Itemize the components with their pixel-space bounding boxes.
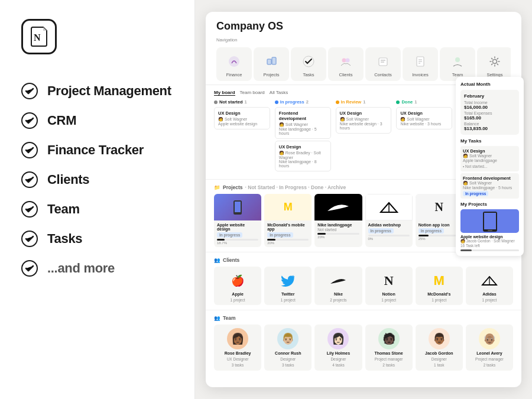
rp-my-projects: My Projects <box>460 202 519 207</box>
settings-icon <box>486 53 503 70</box>
projects-label: Projects <box>263 72 279 77</box>
project-info: McDonald's mobile app In progress 20% <box>264 220 312 247</box>
feature-finance: Finance Tracker <box>21 142 173 158</box>
project-thumb <box>214 194 261 220</box>
done-label: Done <box>401 99 413 105</box>
card-title: UX Design <box>279 144 327 150</box>
tab-all-tasks[interactable]: All Tasks <box>270 90 288 96</box>
tab-my-board[interactable]: My board <box>214 90 235 96</box>
team-tasks: 2 tasks <box>484 363 496 367</box>
nav-finance[interactable]: Finance <box>216 47 252 81</box>
project-name: Nike landingpage <box>317 223 359 227</box>
card-meta: 🧑 Solt Wagner <box>218 117 266 122</box>
icon-strip: Finance Projects Tasks <box>216 47 511 81</box>
card-meta: 🧑 Solt Wagner <box>340 117 388 122</box>
col-header-not-started: Not started 1 <box>214 99 270 105</box>
feature-finance-label: Finance Tracker <box>47 142 144 158</box>
svg-rect-24 <box>235 202 241 212</box>
kanban-card[interactable]: Frontend development 🧑 Solt Wagner Nike … <box>275 107 331 139</box>
project-thumb <box>314 194 362 220</box>
team-role: Designer <box>280 357 296 361</box>
tab-team-board[interactable]: Team board <box>240 90 265 96</box>
col-done: Done 1 UX Design 🧑 Solt Wagner Nike webs… <box>396 99 452 173</box>
team-role: Designer <box>432 357 447 361</box>
team-jacob[interactable]: 👨🏾 Jacob Gordon Designer 1 task <box>416 325 463 371</box>
card-desc: Nike website design · 3 hours <box>340 122 388 130</box>
projects-filter: · Not Started · In Progress · Done · Arc… <box>245 184 346 190</box>
project-card-apple[interactable]: Apple website design In progress 18.7% <box>214 194 261 247</box>
feature-crm: CRM <box>21 112 173 129</box>
col-not-started: Not started 1 UX Design 🧑 Solt Wagner Ap… <box>214 99 270 173</box>
client-mcdonalds[interactable]: M McDonald's 1 project <box>416 267 463 305</box>
team-lily[interactable]: 👩🏻 Lily Holmes Designer 4 tasks <box>314 325 362 371</box>
team-name: Jacob Gordon <box>425 351 453 355</box>
team-leonel[interactable]: 👴🏽 Leonel Avery Project manager 2 tasks <box>466 325 513 371</box>
project-card-mcdonalds[interactable]: M McDonald's mobile app In progress 20% <box>264 194 312 247</box>
feature-clients-label: Clients <box>47 172 89 187</box>
rp-task-sub: 🧑 Solt Wagner <box>463 154 517 158</box>
contacts-label: Contacts <box>374 72 392 77</box>
team-section-title: 👥 Team <box>214 315 513 321</box>
project-name: Notion app icon <box>419 223 460 227</box>
nav-team[interactable]: Team <box>440 47 475 81</box>
svg-rect-31 <box>488 230 492 231</box>
team-name: Thomas Stone <box>374 351 403 355</box>
team-tasks: 1 task <box>434 363 444 367</box>
progress-bar-wrap <box>317 233 359 235</box>
project-info: Nike landingpage Not started 20% <box>314 220 362 241</box>
client-twitter[interactable]: Twitter 1 project <box>264 267 312 305</box>
avatar-leonel: 👴🏽 <box>479 328 500 349</box>
check-icon-pm <box>21 83 38 99</box>
project-card-adidas[interactable]: Adidas webshop In progress 0% <box>365 194 413 247</box>
team-thomas[interactable]: 🧑🏿 Thomas Stone Project manager 2 tasks <box>365 325 413 371</box>
feature-tasks: Tasks <box>21 231 173 247</box>
team-name: Lily Holmes <box>327 351 350 355</box>
not-started-count: 1 <box>245 99 247 105</box>
client-notion[interactable]: N Notion 1 project <box>365 267 413 305</box>
client-apple[interactable]: 🍎 Apple 1 project <box>214 267 261 305</box>
adidas-logo <box>480 271 499 290</box>
team-rose[interactable]: 👩🏾 Rose Bradley UX Designer 3 tasks <box>214 325 261 371</box>
project-status: In progress <box>368 228 394 233</box>
nike-logo <box>329 271 348 290</box>
page-title: Company OS <box>216 20 511 33</box>
col-header-in-progress: In progress 2 <box>275 99 331 105</box>
kanban-card[interactable]: UX Design 🧑 Rose Bradley · Solt Wagner N… <box>275 141 331 171</box>
rp-task-desc2: Nike landingpage · 5 hours <box>463 186 517 190</box>
kanban-card[interactable]: UX Design 🧑 Solt Wagner Apple website de… <box>214 107 270 129</box>
kanban-card[interactable]: UX Design 🧑 Solt Wagner Nike website · 3… <box>396 107 452 129</box>
projects-icon <box>263 53 280 70</box>
clients-section-icon: 👥 <box>214 257 220 263</box>
svg-rect-9 <box>267 59 271 64</box>
team-role: Project manager <box>375 357 403 361</box>
nav-clients[interactable]: Clients <box>328 47 364 81</box>
check-icon-finance <box>21 142 38 158</box>
nav-contacts[interactable]: Contacts <box>365 47 401 81</box>
projects-label-text: Projects <box>223 184 243 190</box>
nav-invoices[interactable]: Invoices <box>403 47 438 81</box>
done-dot <box>396 100 400 104</box>
kanban-card[interactable]: UX Design 🧑 Solt Wagner Nike website des… <box>336 107 392 134</box>
finance-icon <box>226 53 242 70</box>
rp-task-frontend: Frontend development 🧑 Solt Wagner Nike … <box>460 173 519 199</box>
rp-my-tasks: My Tasks <box>460 138 519 144</box>
nav-settings[interactable]: Settings <box>477 47 511 81</box>
ui-header: Company OS Navigation Finance Projects <box>206 12 521 85</box>
project-name: McDonald's mobile app <box>267 223 309 231</box>
rp-february: February <box>464 93 515 99</box>
tasks-icon <box>300 53 317 70</box>
svg-point-21 <box>455 57 460 62</box>
feature-more: ...and more <box>21 260 173 277</box>
client-adidas[interactable]: Adidas 1 project <box>466 267 513 305</box>
check-icon-team <box>21 201 38 218</box>
client-nike[interactable]: Nike 2 projects <box>314 267 362 305</box>
project-status: Not started <box>317 228 359 232</box>
nav-projects[interactable]: Projects <box>254 47 289 81</box>
nav-tasks[interactable]: Tasks <box>291 47 326 81</box>
project-card-nike[interactable]: Nike landingpage Not started 20% <box>314 194 362 247</box>
card-desc: Nike landingpage · 5 hours <box>279 127 327 135</box>
team-connor[interactable]: 👨🏼 Connor Rush Designer 3 tasks <box>264 325 312 371</box>
client-meta: 1 project <box>432 298 446 302</box>
in-review-dot <box>336 100 339 104</box>
feature-pm-label: Project Management <box>47 83 171 99</box>
